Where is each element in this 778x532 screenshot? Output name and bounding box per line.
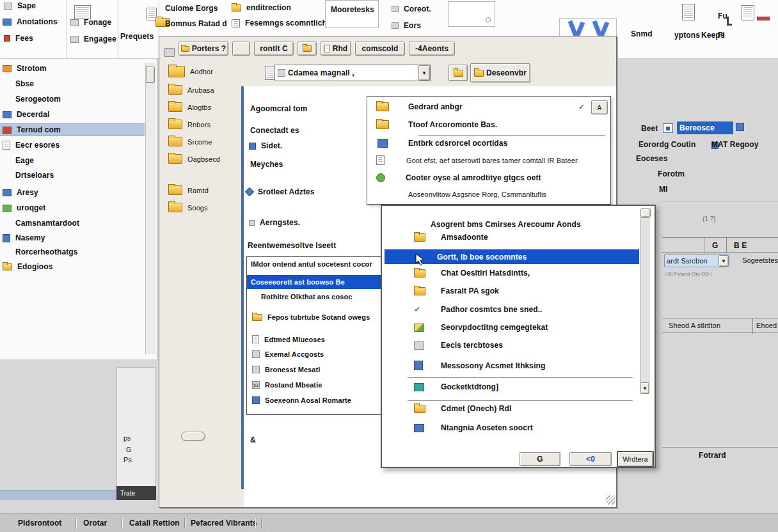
menu-item[interactable]: Goot efst, aef atserowtl bares tamer com… <box>376 155 579 165</box>
menu-item[interactable]: Aoseonvlitow Asgsnoe Rorg, Csmmanltuflis <box>408 191 546 198</box>
selected-combo[interactable]: Bereosce <box>677 121 733 134</box>
checkbox[interactable] <box>663 123 673 133</box>
popup-help-button[interactable]: <0 <box>569 452 612 466</box>
popup-item[interactable]: Gocketktdtong] <box>414 382 498 391</box>
section-combo[interactable]: ardt Ssrcbon <box>664 254 729 267</box>
list-item[interactable]: Reentwemesoltve lseett <box>248 241 336 250</box>
sidebar-item[interactable]: Decerdal <box>3 110 50 119</box>
popup-item[interactable]: Fasralt PA sgok <box>414 286 499 295</box>
folder-entry[interactable]: Srcome <box>168 137 212 146</box>
document-icon[interactable] <box>682 4 695 20</box>
tab-mooretesks[interactable]: Mooretesks <box>325 0 379 28</box>
form-icon[interactable] <box>74 5 91 19</box>
sidebar-item-selected[interactable]: Ternud com <box>0 123 145 136</box>
sidebar-item[interactable]: Serogeotom <box>15 95 61 104</box>
deseonvbr-button[interactable]: Deseonvbr <box>470 63 530 82</box>
popup-item[interactable]: Seorvpdoctitng cemgegtekat <box>414 323 548 332</box>
sidebar-item[interactable]: Eage <box>15 156 34 165</box>
menu-item[interactable]: Entbrk cdsrorcel ocortidas <box>377 139 507 148</box>
popup-item[interactable]: Chat Oesltlrl Hatsdintts, <box>414 269 530 278</box>
sidebar-item[interactable]: Rorcerheothatgs <box>15 247 78 256</box>
folder-entry[interactable]: Aodhor <box>168 66 213 77</box>
popup-item[interactable]: Ntangnia Aoseten soocrt <box>414 423 533 432</box>
sidebar-item[interactable]: Eecr esores <box>3 141 60 150</box>
sidebar-scrollbar[interactable] <box>145 63 155 354</box>
folder-entry[interactable]: Rnbors <box>168 120 210 129</box>
popup-ok-button[interactable]: G <box>520 452 560 466</box>
toolbar-item-label[interactable]: Prequets <box>120 32 154 41</box>
sidebar-item[interactable]: Edogioos <box>3 262 52 271</box>
toolbar-item-label[interactable]: Cuiome Eorgs <box>165 4 218 13</box>
list-item[interactable]: Aerngstes. <box>249 218 300 227</box>
report-icon[interactable] <box>742 5 754 20</box>
sidebar-scrollbar-thumb[interactable] <box>146 66 155 83</box>
section-label: Ehoed el <box>756 322 778 329</box>
toolbar-item[interactable]: Eors <box>392 21 421 30</box>
toolbar-item[interactable]: Fesemngs scomntlich <box>232 19 327 27</box>
menu-item[interactable]: Gedrard anbgr <box>376 102 463 111</box>
folder-entry[interactable]: Ramtd <box>168 185 209 195</box>
option-item[interactable]: Rothitre Olkthat ans cosoc <box>261 293 353 301</box>
toolbar-item[interactable]: Fees <box>4 34 33 43</box>
rhd-button[interactable]: Rhd <box>321 42 351 56</box>
chevron-down-icon[interactable] <box>718 255 729 267</box>
button-label: Deseonvbr <box>486 68 527 77</box>
popup-item[interactable]: Messosony Acsmet lthksing <box>414 361 545 370</box>
sidebar-item[interactable]: Camsnamtardoot <box>15 219 79 228</box>
popup-item[interactable]: Amsadoonte <box>414 233 488 242</box>
folder-tool-button[interactable] <box>298 42 317 56</box>
folder-entry[interactable]: Soogs <box>168 203 208 212</box>
folder-entry[interactable]: Oagbsecd <box>168 154 220 164</box>
option-item[interactable]: Fepos tubrtube Sotand owegs <box>252 313 370 321</box>
option-item[interactable]: Edtmed Mlueoses <box>252 335 325 343</box>
address-combo[interactable]: Cdamea magnall , <box>274 65 431 81</box>
toolbar-item[interactable]: enditrection <box>232 3 291 12</box>
list-item[interactable]: Srotleet Adztes <box>246 187 314 196</box>
comscold-button[interactable]: comscold <box>355 42 405 56</box>
option-item[interactable]: Bronesst Mesatl <box>252 366 320 373</box>
option-item[interactable]: Soexeonn Aosal Romarte <box>252 396 351 404</box>
sidebar-item[interactable]: Nasemy <box>3 233 45 242</box>
popup-item[interactable]: Cdmet (Onech) Rdl <box>414 404 511 413</box>
porters-button[interactable]: Porters ? <box>179 42 228 56</box>
toolbar-item-label[interactable]: Bomnus Ratad d <box>165 19 227 28</box>
aeonts-button[interactable]: -4Aeonts <box>409 42 455 56</box>
menu-item[interactable]: Cooter oyse al amrodtitye gtgcs oett <box>376 173 541 182</box>
folder-blue-icon <box>3 189 12 196</box>
toolbar-item[interactable]: Coreot. <box>392 4 431 13</box>
list-item[interactable]: Sidet. <box>249 141 282 150</box>
sidebar-item[interactable]: Strotom <box>3 64 47 73</box>
small-pill-button[interactable] <box>181 432 205 441</box>
list-item[interactable]: Conectadt es <box>250 126 299 135</box>
rontlt-button[interactable]: rontlt C <box>254 42 294 56</box>
resize-grip[interactable] <box>606 496 615 505</box>
folder-entry[interactable]: Arubasa <box>168 85 214 95</box>
sidebar-item[interactable]: Drtseloars <box>15 171 54 180</box>
divider <box>662 447 778 448</box>
checkbox-mark-icon <box>666 127 670 130</box>
toolbar-item[interactable]: Engagee <box>70 35 116 43</box>
popup-item[interactable]: Padhor cosmtcs bne sned.. <box>414 305 543 314</box>
menu-item[interactable]: Ttoof Arcoromonte Bas. <box>376 120 497 129</box>
list-item[interactable]: Agoomcral tom <box>250 104 307 113</box>
menu-side-button[interactable]: A <box>591 100 608 114</box>
sidebar-item[interactable]: uroqget <box>3 203 45 212</box>
option-item[interactable]: 53 Rostand Mbeatie <box>252 381 322 389</box>
option-item-selected[interactable]: Coseeeorett ast boowso Be <box>247 275 385 289</box>
option-item[interactable]: Exemal Accgosts <box>252 350 324 358</box>
option-item[interactable]: IMdor ontend antul socetesnt cocor <box>251 260 372 268</box>
toolbar-item[interactable]: Anotations <box>3 17 58 26</box>
list-item[interactable]: Meyches <box>250 160 283 169</box>
sidebar-item[interactable]: Sbse <box>15 79 34 88</box>
sidebar-item[interactable]: Aresy <box>3 188 38 197</box>
folder-entry[interactable]: Alogtbs <box>168 102 211 112</box>
toolbar-item[interactable]: Fonage <box>70 18 111 27</box>
toolbar-small-button[interactable] <box>232 42 250 56</box>
popup-item[interactable]: Eecis tercbtoses <box>414 341 503 350</box>
up-folder-button[interactable] <box>449 65 468 81</box>
toolbar-item[interactable]: Sape <box>4 1 36 10</box>
folder-icon <box>414 287 425 295</box>
toolbar-item-label[interactable]: Fu <box>718 12 727 20</box>
chevron-down-icon[interactable] <box>418 65 430 81</box>
memo-icon <box>414 361 423 370</box>
